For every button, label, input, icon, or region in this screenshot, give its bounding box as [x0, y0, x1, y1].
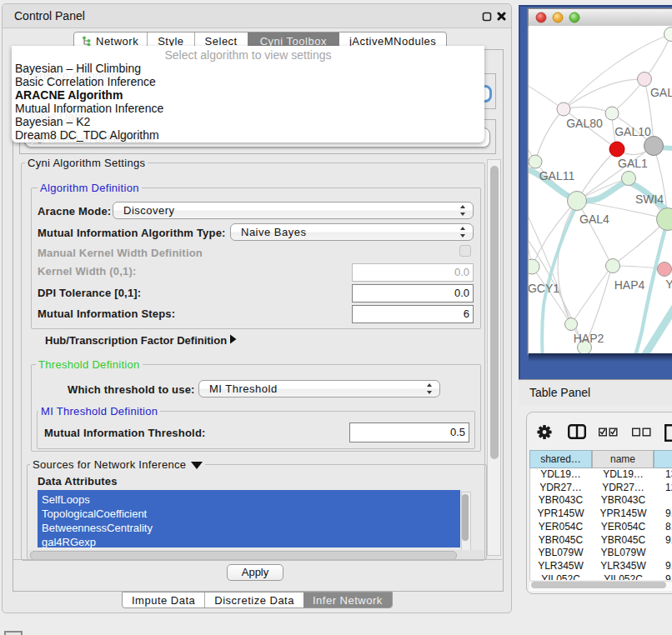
svg-text:SWI4: SWI4 — [635, 192, 664, 206]
svg-text:GAL1: GAL1 — [618, 157, 648, 170]
svg-text:GAL: GAL — [650, 86, 672, 99]
svg-text:GAL4: GAL4 — [579, 212, 609, 226]
svg-text:HAP4: HAP4 — [614, 278, 645, 292]
svg-text:Y: Y — [665, 278, 672, 291]
svg-text:GAL10: GAL10 — [614, 125, 651, 138]
svg-text:GAL11: GAL11 — [539, 169, 575, 182]
svg-text:GAL80: GAL80 — [566, 117, 603, 130]
svg-text:GCY1: GCY1 — [528, 282, 559, 295]
svg-text:HAP2: HAP2 — [574, 332, 604, 345]
